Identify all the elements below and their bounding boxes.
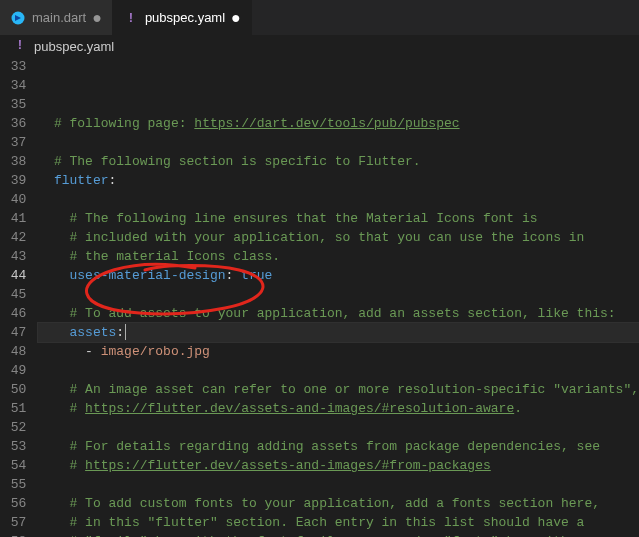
- code-token: # included with your application, so tha…: [70, 228, 585, 247]
- yaml-icon: !: [123, 10, 139, 26]
- code-line[interactable]: # included with your application, so tha…: [38, 228, 639, 247]
- code-token: https://flutter.dev/assets-and-images/#f…: [85, 456, 491, 475]
- line-number: 38: [0, 152, 26, 171]
- dirty-indicator-icon: ●: [231, 10, 241, 26]
- code-line[interactable]: # https://flutter.dev/assets-and-images/…: [38, 456, 639, 475]
- tab-main-dart[interactable]: main.dart●: [0, 0, 113, 35]
- code-line[interactable]: # To add assets to your application, add…: [38, 304, 639, 323]
- code-token: # For details regarding adding assets fr…: [70, 437, 601, 456]
- line-number: 58: [0, 532, 26, 537]
- code-token: image/robo.jpg: [101, 342, 210, 361]
- code-token: # in this "flutter" section. Each entry …: [70, 513, 585, 532]
- tab-label: pubspec.yaml: [145, 10, 225, 25]
- code-token: true: [241, 266, 272, 285]
- code-token: # An image asset can refer to one or mor…: [70, 380, 640, 399]
- line-number: 42: [0, 228, 26, 247]
- code-token: # To add custom fonts to your applicatio…: [70, 494, 601, 513]
- dart-icon: [10, 10, 26, 26]
- svg-text:!: !: [129, 10, 133, 25]
- text-cursor: [125, 324, 126, 340]
- dirty-indicator-icon: ●: [92, 10, 102, 26]
- code-line[interactable]: # https://flutter.dev/assets-and-images/…: [38, 399, 639, 418]
- line-number: 36: [0, 114, 26, 133]
- code-token: https://flutter.dev/assets-and-images/#r…: [85, 399, 514, 418]
- code-line[interactable]: [38, 361, 639, 380]
- line-number: 57: [0, 513, 26, 532]
- code-line[interactable]: [38, 475, 639, 494]
- line-number: 37: [0, 133, 26, 152]
- tab-label: main.dart: [32, 10, 86, 25]
- code-token: # "family" key with the font family name…: [70, 532, 585, 537]
- line-number: 53: [0, 437, 26, 456]
- code-line[interactable]: - image/robo.jpg: [38, 342, 639, 361]
- line-number: 47: [0, 323, 26, 342]
- code-line[interactable]: # the material Icons class.: [38, 247, 639, 266]
- code-line[interactable]: assets:: [38, 323, 639, 342]
- code-token: :: [109, 171, 117, 190]
- line-number: 43: [0, 247, 26, 266]
- code-token: # The following line ensures that the Ma…: [70, 209, 538, 228]
- code-token: :: [226, 266, 242, 285]
- line-number: 39: [0, 171, 26, 190]
- tab-pubspec-yaml[interactable]: !pubspec.yaml●: [113, 0, 252, 35]
- line-number: 40: [0, 190, 26, 209]
- line-number: 35: [0, 95, 26, 114]
- line-number: 55: [0, 475, 26, 494]
- line-number: 44: [0, 266, 26, 285]
- code-line[interactable]: [38, 133, 639, 152]
- line-number: 54: [0, 456, 26, 475]
- line-number: 52: [0, 418, 26, 437]
- code-token: # the material Icons class.: [70, 247, 281, 266]
- line-number: 33: [0, 57, 26, 76]
- code-token: #: [70, 456, 86, 475]
- code-token: # The following section is specific to F…: [54, 152, 421, 171]
- breadcrumb[interactable]: ! pubspec.yaml: [0, 35, 639, 57]
- tab-bar: main.dart●!pubspec.yaml●: [0, 0, 639, 35]
- code-line[interactable]: # For details regarding adding assets fr…: [38, 437, 639, 456]
- code-token: #: [70, 399, 86, 418]
- line-number: 45: [0, 285, 26, 304]
- code-token: # To add assets to your application, add…: [70, 304, 616, 323]
- code-line[interactable]: [38, 418, 639, 437]
- code-line[interactable]: uses-material-design: true: [38, 266, 639, 285]
- code-area[interactable]: # following page: https://dart.dev/tools…: [38, 57, 639, 537]
- code-line[interactable]: [38, 190, 639, 209]
- code-line[interactable]: # "family" key with the font family name…: [38, 532, 639, 537]
- code-line[interactable]: # To add custom fonts to your applicatio…: [38, 494, 639, 513]
- code-line[interactable]: [38, 285, 639, 304]
- code-token: flutter: [54, 171, 109, 190]
- breadcrumb-label: pubspec.yaml: [34, 39, 114, 54]
- line-number: 51: [0, 399, 26, 418]
- line-number: 49: [0, 361, 26, 380]
- code-line[interactable]: # in this "flutter" section. Each entry …: [38, 513, 639, 532]
- code-token: :: [116, 323, 124, 342]
- code-line[interactable]: flutter:: [38, 171, 639, 190]
- code-token: uses-material-design: [70, 266, 226, 285]
- line-number: 41: [0, 209, 26, 228]
- code-editor[interactable]: 3334353637383940414243444546474849505152…: [0, 57, 639, 537]
- code-token: assets: [70, 323, 117, 342]
- line-number: 48: [0, 342, 26, 361]
- code-token: .: [514, 399, 522, 418]
- code-line[interactable]: # following page: https://dart.dev/tools…: [38, 114, 639, 133]
- line-number-gutter: 3334353637383940414243444546474849505152…: [0, 57, 38, 537]
- line-number: 34: [0, 76, 26, 95]
- code-line[interactable]: # The following section is specific to F…: [38, 152, 639, 171]
- line-number: 46: [0, 304, 26, 323]
- svg-text:!: !: [18, 37, 22, 52]
- code-token: https://dart.dev/tools/pub/pubspec: [194, 114, 459, 133]
- code-line[interactable]: # An image asset can refer to one or mor…: [38, 380, 639, 399]
- code-token: -: [85, 342, 101, 361]
- line-number: 50: [0, 380, 26, 399]
- code-token: # following page:: [54, 114, 194, 133]
- code-line[interactable]: # The following line ensures that the Ma…: [38, 209, 639, 228]
- yaml-icon: !: [12, 37, 28, 56]
- line-number: 56: [0, 494, 26, 513]
